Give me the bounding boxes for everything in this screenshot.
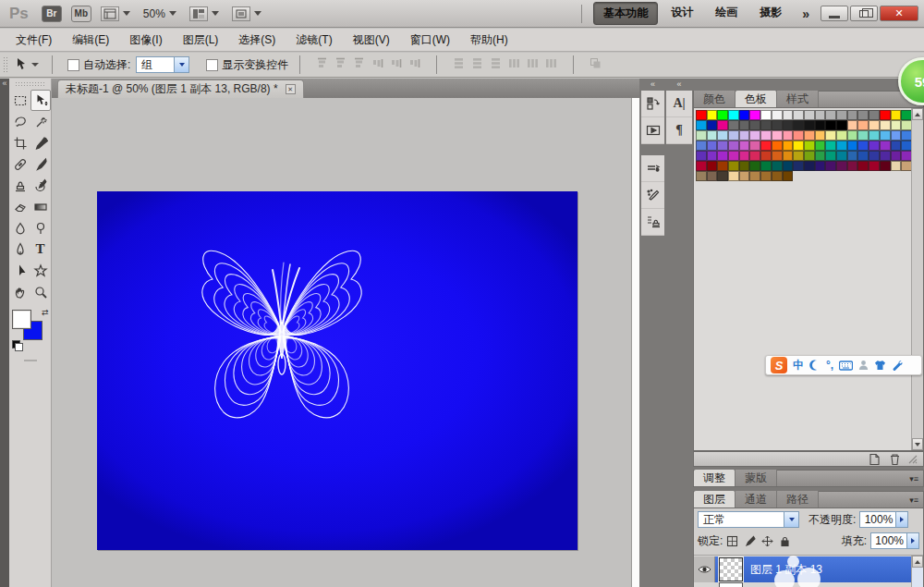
swatch-92[interactable] bbox=[825, 151, 836, 161]
swatch-27[interactable] bbox=[772, 120, 783, 130]
swatches-tab-颜色[interactable]: 颜色 bbox=[694, 91, 736, 107]
swatch-11[interactable] bbox=[815, 110, 826, 120]
swatch-28[interactable] bbox=[783, 120, 794, 130]
select-arrow-button[interactable] bbox=[784, 512, 798, 527]
swatch-91[interactable] bbox=[815, 151, 826, 161]
align-left-button[interactable] bbox=[371, 57, 383, 72]
sogou-keyboard-icon[interactable] bbox=[839, 361, 853, 371]
workspace-overflow-button[interactable]: » bbox=[795, 6, 817, 21]
swatch-5[interactable] bbox=[749, 110, 760, 120]
close-button[interactable]: ✕ bbox=[880, 6, 918, 21]
eyedropper-tool[interactable] bbox=[30, 132, 51, 153]
minimize-button[interactable] bbox=[821, 6, 848, 21]
swatch-121[interactable] bbox=[707, 171, 718, 181]
swatch-30[interactable] bbox=[804, 120, 815, 130]
swatches-tab-样式[interactable]: 样式 bbox=[777, 91, 819, 107]
swatch-52[interactable] bbox=[825, 130, 836, 141]
swap-colors-icon[interactable]: ⇄ bbox=[42, 308, 49, 317]
canvas[interactable] bbox=[97, 191, 578, 550]
swatch-41[interactable] bbox=[707, 130, 718, 141]
swatch-85[interactable] bbox=[749, 151, 760, 161]
layers-tab-路径[interactable]: 路径 bbox=[777, 491, 819, 508]
swatch-3[interactable] bbox=[728, 110, 739, 120]
tool-presets-panel-button[interactable] bbox=[641, 155, 664, 182]
swatch-114[interactable] bbox=[847, 161, 858, 171]
marquee-tool[interactable] bbox=[10, 90, 30, 111]
swatch-8[interactable] bbox=[783, 110, 794, 120]
dodge-tool[interactable] bbox=[30, 217, 51, 238]
hand-tool[interactable] bbox=[10, 281, 30, 302]
swatch-34[interactable] bbox=[847, 120, 858, 130]
menu-图[interactable]: 图层(L) bbox=[173, 29, 229, 52]
swatch-88[interactable] bbox=[783, 151, 794, 161]
swatch-65[interactable] bbox=[749, 141, 760, 151]
lock-all-padlock-icon[interactable] bbox=[779, 535, 791, 547]
swatch-93[interactable] bbox=[836, 151, 847, 161]
swatch-116[interactable] bbox=[869, 161, 880, 171]
swatch-57[interactable] bbox=[880, 130, 891, 141]
swatch-87[interactable] bbox=[772, 151, 783, 161]
distribute-left-button[interactable] bbox=[508, 57, 520, 72]
clone-source-panel-button[interactable] bbox=[641, 209, 664, 236]
swatch-62[interactable] bbox=[717, 141, 728, 151]
sogou-account-person-icon[interactable] bbox=[858, 360, 869, 371]
swatch-21[interactable] bbox=[707, 120, 718, 130]
swatch-126[interactable] bbox=[760, 171, 772, 181]
adjustments-tab-调整[interactable]: 调整 bbox=[694, 470, 736, 486]
swatch-108[interactable] bbox=[783, 161, 794, 171]
swatch-24[interactable] bbox=[739, 120, 750, 130]
swatch-29[interactable] bbox=[793, 120, 804, 130]
panel-menu-icon[interactable]: ▾≡ bbox=[909, 495, 918, 505]
swatch-73[interactable] bbox=[836, 141, 847, 151]
tools-grip[interactable] bbox=[15, 81, 45, 87]
swatch-67[interactable] bbox=[772, 141, 783, 151]
swatch-54[interactable] bbox=[847, 130, 858, 141]
menu-图[interactable]: 图像(I) bbox=[119, 29, 172, 52]
swatch-71[interactable] bbox=[815, 141, 826, 151]
swatch-69[interactable] bbox=[793, 141, 804, 151]
magic-wand-tool[interactable] bbox=[30, 111, 51, 132]
swatch-9[interactable] bbox=[793, 110, 804, 120]
distribute-hcenter-button[interactable] bbox=[527, 57, 539, 72]
swatch-37[interactable] bbox=[880, 120, 891, 130]
swatch-43[interactable] bbox=[728, 130, 739, 141]
swatch-36[interactable] bbox=[869, 120, 880, 130]
workspace-tab-绘画[interactable]: 绘画 bbox=[706, 2, 747, 25]
sogou-settings-wrench-icon[interactable] bbox=[892, 360, 903, 371]
swatch-44[interactable] bbox=[739, 130, 750, 141]
select-arrow-button[interactable] bbox=[174, 57, 188, 72]
distribute-top-button[interactable] bbox=[453, 57, 465, 72]
swatch-4[interactable] bbox=[739, 110, 750, 120]
swatch-117[interactable] bbox=[880, 161, 891, 171]
swatch-120[interactable] bbox=[696, 171, 707, 181]
menu-编[interactable]: 编辑(E) bbox=[62, 29, 119, 52]
swatch-51[interactable] bbox=[815, 130, 826, 141]
sogou-fullhalf-moon-icon[interactable] bbox=[809, 360, 821, 371]
swatch-95[interactable] bbox=[857, 151, 869, 161]
swatch-18[interactable] bbox=[891, 110, 902, 120]
swatch-63[interactable] bbox=[728, 141, 739, 151]
pen-tool[interactable] bbox=[10, 238, 30, 260]
menu-滤[interactable]: 滤镜(T) bbox=[286, 29, 342, 52]
align-hcenter-button[interactable] bbox=[390, 57, 402, 72]
swatch-68[interactable] bbox=[783, 141, 794, 151]
swatch-61[interactable] bbox=[707, 141, 718, 151]
fill-spinner[interactable] bbox=[907, 532, 919, 549]
menu-文[interactable]: 文件(F) bbox=[6, 29, 62, 52]
swatch-124[interactable] bbox=[739, 171, 750, 181]
options-grip[interactable] bbox=[3, 56, 7, 73]
swatch-113[interactable] bbox=[836, 161, 847, 171]
swatch-123[interactable] bbox=[728, 171, 739, 181]
panel-menu-icon[interactable]: ▾≡ bbox=[909, 474, 918, 483]
swatch-33[interactable] bbox=[836, 120, 847, 130]
swatches-tab-色板[interactable]: 色板 bbox=[736, 91, 777, 107]
swatch-84[interactable] bbox=[739, 151, 750, 161]
auto-select-checkbox[interactable] bbox=[67, 59, 79, 71]
current-tool-dropdown[interactable] bbox=[13, 57, 39, 72]
lock-transparency-icon[interactable] bbox=[726, 535, 738, 547]
swatch-75[interactable] bbox=[857, 141, 869, 151]
brush-tool[interactable] bbox=[30, 153, 51, 175]
swatch-107[interactable] bbox=[772, 161, 783, 171]
arrange-documents-dropdown[interactable] bbox=[189, 6, 219, 21]
sogou-logo-icon[interactable]: S bbox=[771, 357, 787, 373]
